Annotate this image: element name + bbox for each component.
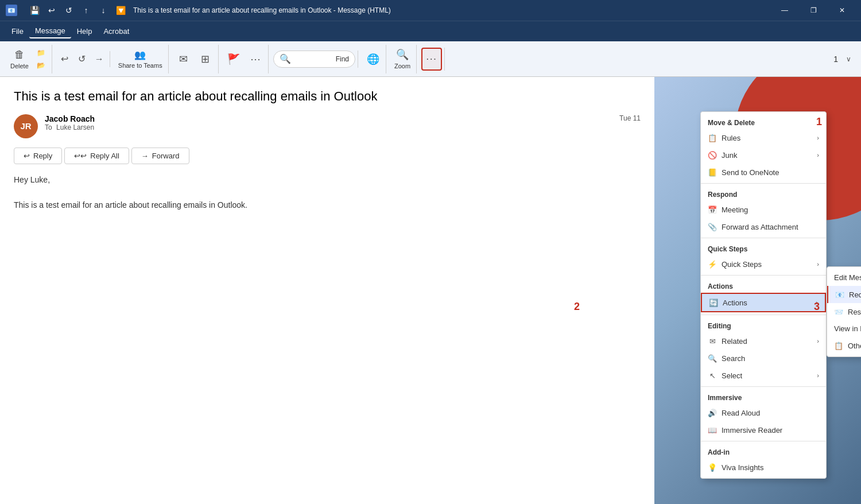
apps-icon: ⊞ [201, 53, 210, 65]
section-immersive: Immersive [701, 389, 826, 404]
reply-all-button[interactable]: ↩↩ Reply All [64, 148, 129, 164]
reply-all-icon: ↩↩ [74, 152, 87, 160]
related-icon: ✉ [708, 336, 717, 346]
sender-name: Jacob Roach [45, 114, 612, 123]
dropdown-rules-left: 📋 Rules [708, 133, 740, 142]
annotation-2: 2 [574, 301, 580, 313]
flag-button[interactable]: 🚩 [223, 45, 244, 73]
dropdown-rules[interactable]: 📋 Rules › [701, 129, 826, 146]
move-down-button[interactable]: ↓ [95, 2, 111, 18]
dropdown-select[interactable]: ↖ Select › [701, 367, 826, 384]
dropdown-fwd-attach-left: 📎 Forward as Attachment [708, 222, 798, 231]
redo-ribbon-button[interactable]: → [91, 51, 107, 67]
dropdown-junk[interactable]: 🚫 Junk › [701, 146, 826, 164]
dropdown-quick-steps[interactable]: ⚡ Quick Steps › [701, 255, 826, 273]
menu-file[interactable]: File [6, 25, 29, 38]
share-to-teams-button[interactable]: 👥 Share to Teams [115, 45, 166, 73]
forward-label: Forward [152, 152, 180, 160]
minimize-button[interactable]: — [771, 0, 798, 21]
zoom-button[interactable]: 🔍 Zoom [391, 45, 414, 73]
dropdown-meeting-left: 📅 Meeting [708, 205, 748, 214]
read-aloud-label: Read Aloud [722, 409, 760, 417]
share-to-teams-label: Share to Teams [118, 62, 162, 69]
dropdown-immersive-reader[interactable]: 📖 Immersive Reader [701, 421, 826, 439]
to-label: To [45, 123, 52, 131]
delete-icon: 🗑 [14, 49, 25, 61]
reply-label: Reply [33, 152, 52, 160]
divider-actions [701, 275, 826, 276]
sub-other-left: 📋 Other Actions [834, 341, 861, 350]
undo2-ribbon-button[interactable]: ↺ [74, 51, 90, 67]
meeting-label: Meeting [722, 206, 748, 214]
ribbon-group-delete: 🗑 Delete 📁 📂 [5, 45, 52, 73]
forward-attach-icon: 📎 [708, 222, 717, 231]
dropdown-junk-left: 🚫 Junk [708, 150, 737, 160]
sub-other-actions[interactable]: 📋 Other Actions › [827, 337, 861, 354]
section-move-delete: Move & Delete [701, 114, 826, 129]
delete-button[interactable]: 🗑 Delete [7, 45, 32, 73]
undo2-button[interactable]: ↺ [61, 2, 77, 18]
menu-help[interactable]: Help [71, 25, 98, 38]
move-up-button[interactable]: ↑ [78, 2, 94, 18]
title-bar-left: 📧 💾 ↩ ↺ ↑ ↓ 🔽 This is a test email for a… [6, 2, 391, 18]
section-addin: Add-in [701, 444, 826, 459]
dropdown-related[interactable]: ✉ Related › [701, 332, 826, 350]
viva-icon: 💡 [708, 463, 717, 472]
sub-resend-message[interactable]: 📨 Resend This Message... [827, 303, 861, 320]
apps-button[interactable]: ⊞ [195, 45, 216, 73]
sub-edit-message[interactable]: Edit Message [827, 269, 861, 286]
section-editing: Editing [701, 317, 826, 332]
sub-recall-message[interactable]: 📧 Recall This Message... [827, 286, 861, 303]
quick-steps-icon: ⚡ [708, 259, 717, 269]
dropdown-forward-attachment[interactable]: 📎 Forward as Attachment [701, 218, 826, 235]
select-icon: ↖ [708, 371, 717, 380]
undo-ribbon-button[interactable]: ↩ [57, 51, 73, 67]
qat-more-button[interactable]: 🔽 [113, 2, 129, 18]
ribbon-group-find: 🔍 Find [271, 51, 358, 68]
archive-button[interactable]: 📁 [33, 46, 49, 59]
dropdown-select-left: ↖ Select [708, 371, 742, 380]
divider-respond [701, 183, 826, 184]
close-button[interactable]: ✕ [829, 0, 855, 21]
outlook-icon: 📧 [6, 5, 17, 16]
search-input[interactable] [293, 55, 333, 63]
menu-message[interactable]: Message [29, 24, 71, 38]
more-button[interactable]: ⋯ [245, 45, 266, 73]
junk-icon: 🚫 [708, 150, 717, 160]
sub-view-browser[interactable]: View in Browser [827, 320, 861, 337]
ribbon-group-more-ribbon: ··· [419, 48, 445, 71]
sender-avatar: JR [14, 114, 38, 138]
dropdown-search-left: 🔍 Search [708, 354, 745, 363]
email-date: Tue 11 [619, 114, 641, 122]
save-button[interactable]: 💾 [26, 2, 42, 18]
dropdown-actions[interactable]: 🔄 Actions › [701, 293, 826, 312]
junk-chevron: › [817, 152, 819, 158]
undo-button[interactable]: ↩ [44, 2, 60, 18]
dropdown-read-aloud[interactable]: 🔊 Read Aloud [701, 404, 826, 421]
dropdown-viva[interactable]: 💡 Viva Insights [701, 459, 826, 476]
more-ribbon-icon: ··· [426, 54, 437, 64]
body-content: This is a test email for an article abou… [14, 199, 641, 211]
related-label: Related [722, 337, 747, 346]
forward-button[interactable]: → Forward [131, 148, 189, 164]
email-header: JR Jacob Roach To Luke Larsen Tue 11 [14, 114, 641, 138]
dropdown-meeting[interactable]: 📅 Meeting [701, 201, 826, 218]
dropdown-search[interactable]: 🔍 Search [701, 350, 826, 367]
fwd-attach-label: Forward as Attachment [722, 223, 798, 231]
sub-recall-label: Recall This Message... [849, 290, 861, 299]
email-button[interactable]: ✉ [173, 45, 194, 73]
restore-button[interactable]: ❐ [800, 0, 827, 21]
dropdown-onenote[interactable]: 📒 Send to OneNote [701, 164, 826, 181]
email-icon: ✉ [179, 53, 188, 65]
more-ribbon-button[interactable]: ··· [421, 48, 442, 71]
sub-recall-left: 📧 Recall This Message... [835, 290, 861, 299]
reply-button[interactable]: ↩ Reply [14, 148, 62, 164]
translate-button[interactable]: 🌐 [363, 45, 383, 73]
ribbon-chevron-button[interactable]: ∨ [840, 53, 856, 65]
move-button[interactable]: 📂 [33, 59, 49, 72]
menu-acrobat[interactable]: Acrobat [98, 25, 135, 38]
quick-steps-label: Quick Steps [722, 260, 762, 269]
quick-access-toolbar: 💾 ↩ ↺ ↑ ↓ 🔽 [26, 2, 129, 18]
dropdown-onenote-left: 📒 Send to OneNote [708, 168, 779, 177]
find-search[interactable]: 🔍 Find [273, 51, 355, 68]
